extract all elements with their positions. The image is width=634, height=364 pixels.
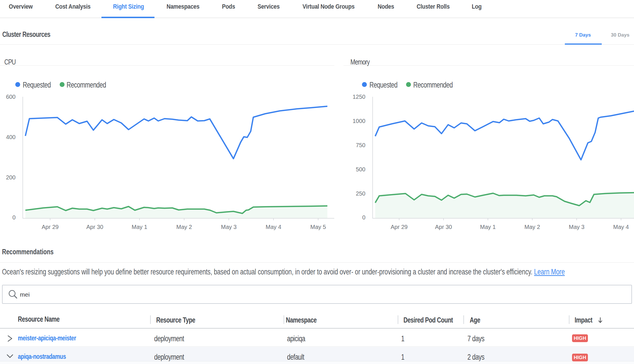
svg-text:0: 0 [12,214,16,221]
svg-text:0: 0 [362,214,365,221]
svg-text:400: 400 [6,134,16,140]
svg-text:May 1: May 1 [480,224,496,230]
svg-text:May 2: May 2 [176,224,192,230]
svg-text:250: 250 [356,190,365,197]
svg-text:May 4: May 4 [266,224,281,230]
svg-text:200: 200 [6,174,16,181]
svg-text:1250: 1250 [353,94,366,100]
svg-text:500: 500 [356,166,365,172]
svg-text:May 3: May 3 [569,224,584,230]
svg-text:Apr 29: Apr 29 [42,224,59,230]
svg-text:Apr 30: Apr 30 [86,224,103,230]
svg-text:May 3: May 3 [221,224,237,230]
svg-text:Apr 30: Apr 30 [435,224,452,230]
svg-text:May 5: May 5 [310,224,326,230]
svg-text:May 1: May 1 [132,224,147,230]
svg-text:May 4: May 4 [613,224,629,230]
svg-text:600: 600 [6,94,16,100]
svg-text:1000: 1000 [353,118,366,124]
svg-text:750: 750 [356,142,365,148]
svg-text:May 2: May 2 [524,224,540,230]
svg-text:Apr 29: Apr 29 [391,224,408,230]
